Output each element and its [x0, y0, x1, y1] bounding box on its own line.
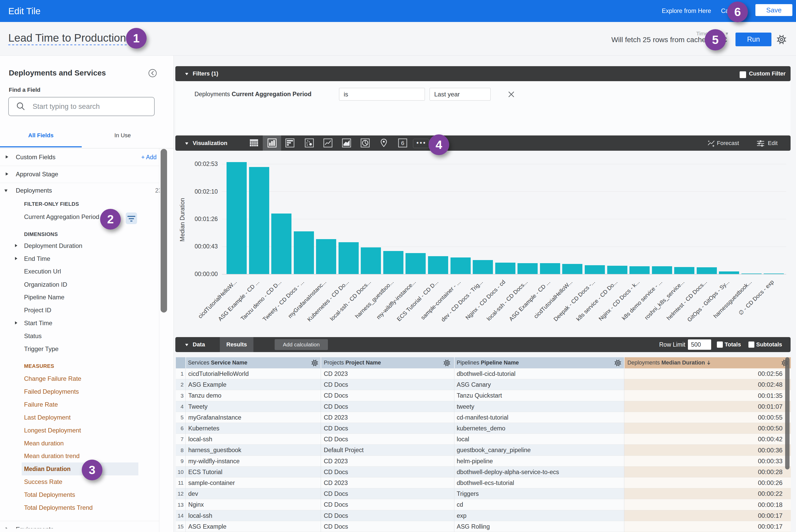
svg-text:6: 6 [401, 140, 404, 146]
